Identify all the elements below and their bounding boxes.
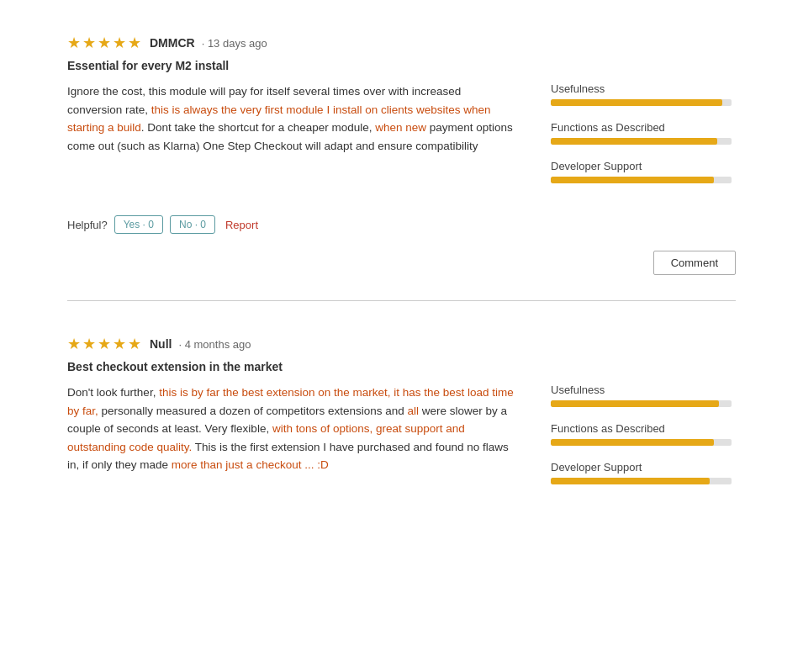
rating-label-functions-1: Functions as Described	[551, 121, 736, 134]
report-button-1[interactable]: Report	[225, 219, 258, 231]
comment-row-1: Comment	[67, 251, 736, 275]
rating-item-usefulness-2: Usefulness	[551, 384, 736, 407]
review-date-2: · 4 months ago	[178, 338, 251, 351]
rating-label-usefulness-2: Usefulness	[551, 384, 736, 396]
review-date-1: · 13 days ago	[202, 37, 267, 50]
rating-bar-bg-functions-2	[551, 439, 732, 446]
rating-label-support-2: Developer Support	[551, 461, 736, 474]
rating-bar-bg-usefulness-2	[551, 400, 732, 407]
review-content-2: Don't look further, this is by far the b…	[67, 384, 736, 500]
rating-bar-fill-support-1	[551, 177, 714, 183]
star-rating-2: ★★★★★	[67, 335, 143, 353]
helpful-label-1: Helpful?	[67, 219, 108, 231]
helpful-row-1: Helpful? Yes · 0 No · 0 Report	[67, 215, 736, 234]
no-button-1[interactable]: No · 0	[170, 215, 215, 234]
review-title-2: Best checkout extension in the market	[67, 360, 736, 373]
rating-label-functions-2: Functions as Described	[551, 422, 736, 435]
reviewer-name-1: DMMCR	[150, 36, 195, 50]
rating-item-functions-1: Functions as Described	[551, 121, 736, 145]
review-header-2: ★★★★★ Null · 4 months ago	[67, 335, 736, 353]
rating-item-functions-2: Functions as Described	[551, 422, 736, 446]
review-block-1: ★★★★★ DMMCR · 13 days ago Essential for …	[67, 17, 736, 283]
rating-bar-fill-usefulness-2	[551, 400, 719, 407]
review-content-1: Ignore the cost, this module will pay fo…	[67, 82, 736, 198]
yes-button-1[interactable]: Yes · 0	[114, 215, 163, 234]
reviewer-name-2: Null	[150, 337, 172, 351]
highlight-text-1: this is always the very first module I i…	[67, 103, 490, 135]
rating-item-usefulness-1: Usefulness	[551, 82, 736, 106]
rating-bar-bg-usefulness-1	[551, 99, 732, 106]
review-text-1: Ignore the cost, this module will pay fo…	[67, 82, 517, 155]
highlight-text-4: all	[408, 405, 420, 417]
rating-bar-fill-support-2	[551, 478, 710, 484]
review-ratings-2: Usefulness Functions as Described Develo…	[551, 384, 736, 500]
highlight-text-5: with tons of options, great support and …	[67, 422, 465, 453]
highlight-text-3: this is by far the best extension on the…	[67, 386, 514, 417]
review-text-2: Don't look further, this is by far the b…	[67, 384, 517, 474]
rating-bar-bg-functions-1	[551, 138, 732, 145]
rating-label-usefulness-1: Usefulness	[551, 82, 736, 95]
review-ratings-1: Usefulness Functions as Described Develo…	[551, 82, 736, 198]
rating-bar-fill-usefulness-1	[551, 99, 722, 106]
rating-bar-bg-support-2	[551, 478, 732, 484]
highlight-text-2: when new	[375, 121, 426, 134]
review-title-1: Essential for every M2 install	[67, 59, 736, 72]
review-header-1: ★★★★★ DMMCR · 13 days ago	[67, 34, 736, 52]
divider	[67, 300, 736, 301]
star-rating-1: ★★★★★	[67, 34, 143, 52]
rating-item-support-1: Developer Support	[551, 160, 736, 183]
rating-label-support-1: Developer Support	[551, 160, 736, 172]
rating-item-support-2: Developer Support	[551, 461, 736, 484]
highlight-text-6: more than just a checkout ... :D	[172, 458, 329, 471]
rating-bar-fill-functions-1	[551, 138, 717, 145]
rating-bar-fill-functions-2	[551, 439, 714, 446]
comment-button-1[interactable]: Comment	[653, 251, 736, 275]
review-block-2: ★★★★★ Null · 4 months ago Best checkout …	[67, 318, 736, 508]
rating-bar-bg-support-1	[551, 177, 732, 183]
